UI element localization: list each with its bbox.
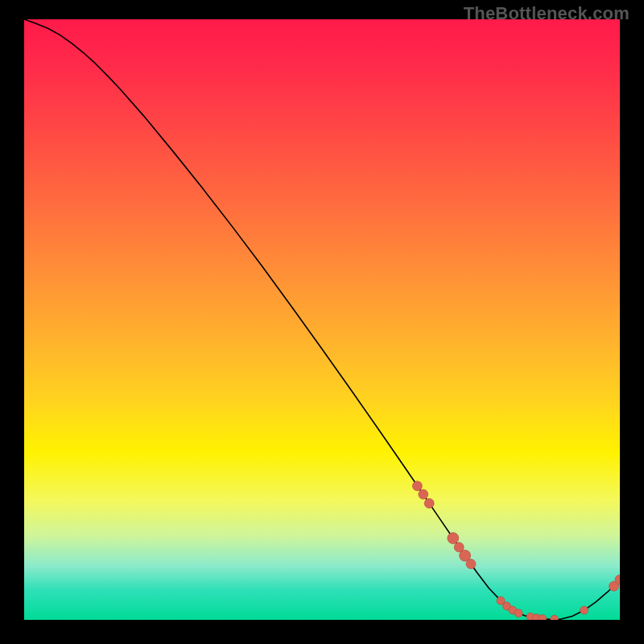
data-marker [424,498,434,508]
data-marker [466,559,476,569]
page-root: TheBottleneck.com [0,0,644,644]
data-marker [580,606,588,614]
data-marker [551,615,559,620]
data-marker [448,533,459,544]
plot-overlay-svg [24,19,620,620]
data-marker [419,489,428,499]
plot-area [24,19,620,620]
data-marker [412,481,422,491]
bottleneck-curve [24,19,620,619]
data-markers-group [412,481,620,620]
data-marker [514,609,522,617]
